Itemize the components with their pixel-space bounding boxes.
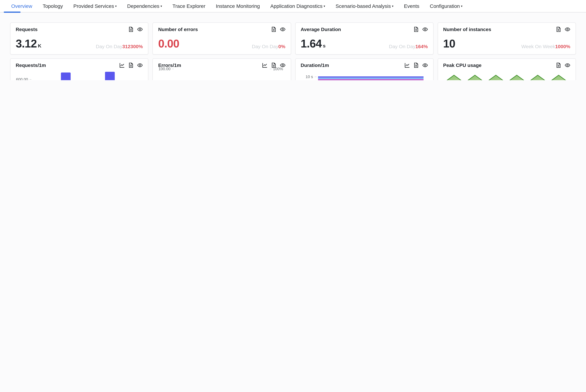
- tab-label: Overview: [11, 3, 32, 9]
- compare-label: Day On Day: [96, 44, 122, 49]
- card-actions: [119, 62, 143, 68]
- compare-value: 1000%: [555, 44, 570, 49]
- duration-per-minute-chart-card: Duration/1m 0 s2.50 s5 s7.50 s10 s 10:03…: [295, 58, 434, 80]
- cpu-hexagon[interactable]: 7.44 %: [548, 75, 569, 80]
- eye-icon[interactable]: [565, 26, 570, 32]
- line-chart-icon[interactable]: [262, 62, 267, 68]
- chevron-down-icon: ▾: [392, 5, 393, 8]
- tab-scenario-based-analysis[interactable]: Scenario-based Analysis▾: [336, 3, 393, 9]
- tab-label: Application Diagnostics: [270, 3, 323, 9]
- cpu-hexagon[interactable]: 33.90 %: [444, 75, 465, 80]
- tab-label: Trace Explorer: [172, 3, 205, 9]
- document-icon[interactable]: [556, 62, 562, 68]
- tab-overview[interactable]: Overview: [11, 3, 32, 9]
- card-title: Requests/1m: [16, 62, 46, 68]
- kpi-card-average-duration: Average Duration 1.64s Day On Day164%: [295, 22, 434, 54]
- dashboard-grid: Requests 3.12K Day On Day312300% Number …: [0, 13, 586, 80]
- kpi-value: 3.12: [16, 38, 37, 50]
- cpu-hexbin: 33.90 %17.10 %16.37 %16.34 %7.65 %7.44 %…: [443, 68, 570, 80]
- kpi-unit: s: [323, 43, 325, 49]
- document-icon[interactable]: [128, 26, 134, 32]
- compare-value: 164%: [415, 44, 428, 49]
- nav-tabs: OverviewTopologyProvided Services▾Depend…: [11, 3, 463, 9]
- bar-10:06:00: [105, 72, 115, 80]
- peak-cpu-usage-card: Peak CPU usage 33.90 %17.10 %16.37 %16.3…: [438, 58, 576, 80]
- bar-10:04:00: [61, 73, 71, 80]
- kpi-value: 10: [443, 38, 455, 50]
- card-actions: [556, 26, 570, 32]
- tab-label: Configuration: [430, 3, 460, 9]
- tab-label: Provided Services: [73, 3, 114, 9]
- compare-value: 312300%: [122, 44, 143, 49]
- tab-application-diagnostics[interactable]: Application Diagnostics▾: [270, 3, 325, 9]
- tab-topology[interactable]: Topology: [43, 3, 63, 9]
- card-actions: [271, 26, 285, 32]
- chevron-down-icon: ▾: [160, 5, 162, 8]
- line-chart-icon[interactable]: [119, 62, 125, 68]
- line-chart-icon[interactable]: [404, 62, 410, 68]
- apm-overview-page: OverviewTopologyProvided Services▾Depend…: [0, 0, 586, 80]
- requests-per-minute-chart-card: Requests/1m 0.00200.00400.00600.00 10:03…: [10, 58, 148, 80]
- bar-plot: [33, 69, 143, 80]
- cpu-hexagon[interactable]: 16.34 %: [506, 75, 527, 80]
- eye-icon[interactable]: [422, 62, 428, 68]
- top-navigation: OverviewTopologyProvided Services▾Depend…: [0, 0, 586, 13]
- errors-per-minute-chart-card: Errors/1m 0.0025.0050.0075.00100.000%25%…: [153, 58, 291, 80]
- card-title: Number of errors: [158, 26, 198, 32]
- card-actions: [556, 62, 570, 68]
- cpu-hexagon[interactable]: 16.37 %: [485, 75, 506, 80]
- compare-value: 0%: [278, 44, 285, 49]
- card-actions: [404, 62, 428, 68]
- document-icon[interactable]: [271, 26, 276, 32]
- compare-label: Week On Week: [521, 44, 555, 49]
- kpi-card-requests: Requests 3.12K Day On Day312300%: [10, 22, 148, 54]
- kpi-value: 0.00: [158, 38, 179, 50]
- eye-icon[interactable]: [422, 26, 428, 32]
- kpi-unit: K: [38, 43, 41, 49]
- compare-label: Day On Day: [252, 44, 278, 49]
- tab-label: Instance Monitoring: [216, 3, 260, 9]
- tab-trace-explorer[interactable]: Trace Explorer: [172, 3, 205, 9]
- card-actions: [413, 26, 428, 32]
- card-title: Average Duration: [301, 26, 341, 32]
- eye-icon[interactable]: [565, 62, 570, 68]
- cpu-hexagon[interactable]: 17.10 %: [465, 75, 486, 80]
- document-icon[interactable]: [413, 26, 419, 32]
- chevron-down-icon: ▾: [115, 5, 117, 8]
- tab-label: Scenario-based Analysis: [336, 3, 391, 9]
- line-plot: [318, 69, 428, 80]
- line-plot: [175, 69, 268, 80]
- eye-icon[interactable]: [137, 62, 143, 68]
- card-title: Peak CPU usage: [443, 62, 482, 68]
- eye-icon[interactable]: [137, 26, 143, 32]
- card-title: Number of instances: [443, 26, 491, 32]
- kpi-card-instances: Number of instances 10 Week On Week1000%: [438, 22, 576, 54]
- tab-configuration[interactable]: Configuration▾: [430, 3, 462, 9]
- tab-dependencies[interactable]: Dependencies▾: [127, 3, 162, 9]
- chevron-down-icon: ▾: [461, 5, 463, 8]
- tab-label: Dependencies: [127, 3, 159, 9]
- document-icon[interactable]: [413, 62, 419, 68]
- kpi-value: 1.64: [301, 38, 322, 50]
- compare-label: Day On Day: [389, 44, 416, 49]
- card-actions: [128, 26, 143, 32]
- eye-icon[interactable]: [280, 26, 285, 32]
- document-icon[interactable]: [556, 26, 562, 32]
- card-title: Duration/1m: [301, 62, 329, 68]
- tab-events[interactable]: Events: [404, 3, 419, 9]
- document-icon[interactable]: [128, 62, 134, 68]
- cpu-hexagon[interactable]: 7.65 %: [527, 75, 548, 80]
- active-tab-indicator: [4, 12, 20, 13]
- tab-label: Topology: [43, 3, 63, 9]
- card-title: Requests: [16, 26, 38, 32]
- kpi-card-errors: Number of errors 0.00 Day On Day0%: [153, 22, 291, 54]
- tab-instance-monitoring[interactable]: Instance Monitoring: [216, 3, 260, 9]
- tab-provided-services[interactable]: Provided Services▾: [73, 3, 117, 9]
- tab-label: Events: [404, 3, 419, 9]
- chevron-down-icon: ▾: [324, 5, 325, 8]
